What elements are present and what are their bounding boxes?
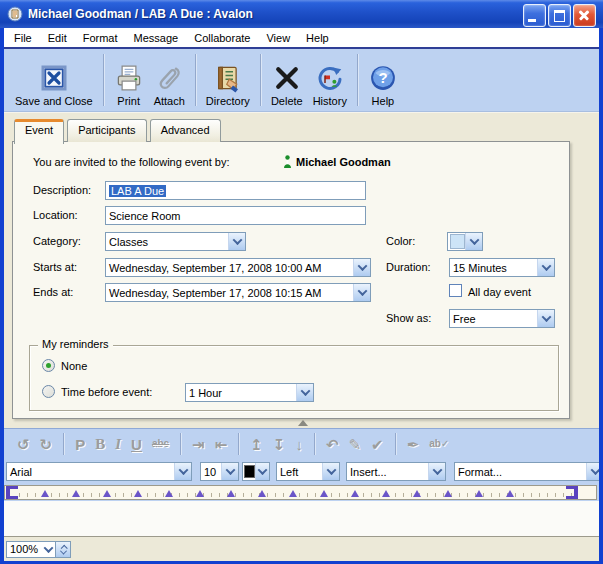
chevron-down-icon[interactable] — [537, 259, 554, 276]
undo-icon[interactable]: ↺ — [17, 437, 30, 452]
zoom-spinner[interactable] — [55, 542, 70, 557]
signature-icon[interactable]: ✒ — [407, 437, 420, 452]
menu-file[interactable]: File — [6, 30, 40, 46]
chevron-down-icon[interactable] — [353, 259, 370, 276]
location-input[interactable]: Science Room — [105, 206, 366, 225]
color-select[interactable] — [447, 232, 483, 251]
ruler-tab-stop[interactable] — [444, 490, 452, 497]
toolbar-separator — [180, 433, 181, 455]
chevron-down-icon[interactable] — [465, 233, 482, 250]
chevron-down-icon[interactable] — [322, 463, 339, 480]
font-family-select[interactable]: Arial — [6, 462, 192, 481]
outline-demote-icon[interactable]: ↧ — [273, 437, 286, 452]
reminder-time-radio[interactable] — [42, 385, 55, 398]
outdent-icon[interactable]: ⇤ — [215, 437, 228, 452]
ruler-tab-stop[interactable] — [41, 490, 49, 497]
duration-select[interactable]: 15 Minutes — [449, 258, 555, 277]
toolbar-separator — [260, 54, 261, 106]
menu-view[interactable]: View — [258, 30, 298, 46]
zoom-control[interactable]: 100% — [6, 541, 71, 558]
chevron-down-icon[interactable] — [586, 463, 599, 480]
ends-at-select[interactable]: Wednesday, September 17, 2008 10:15 AM — [105, 283, 371, 302]
move-down-icon[interactable]: ↓ — [295, 437, 303, 452]
ruler-tab-stop[interactable] — [196, 490, 204, 497]
chevron-down-icon[interactable] — [41, 542, 55, 557]
category-select[interactable]: Classes — [105, 232, 246, 251]
document-body[interactable] — [4, 501, 599, 536]
title-bar[interactable]: Michael Goodman / LAB A Due : Avalon — [0, 0, 603, 28]
ruler-tab-stop[interactable] — [475, 490, 483, 497]
ruler-tab-stop[interactable] — [506, 490, 514, 497]
plain-text-icon[interactable]: P — [75, 437, 85, 452]
revert-icon[interactable]: ↶ — [326, 437, 339, 452]
menu-format[interactable]: Format — [75, 30, 126, 46]
format-select[interactable]: Format... — [454, 462, 599, 481]
menu-collaborate[interactable]: Collaborate — [186, 30, 258, 46]
accept-check-icon[interactable]: ✔ — [371, 437, 384, 452]
font-size-select[interactable]: 10 — [200, 462, 239, 481]
insert-select[interactable]: Insert... — [346, 462, 446, 481]
tab-event[interactable]: Event — [14, 119, 64, 144]
ruler-tab-stop[interactable] — [351, 490, 359, 497]
bold-icon[interactable]: B — [95, 437, 105, 452]
reminder-time-select[interactable]: 1 Hour — [185, 383, 314, 402]
starts-at-select[interactable]: Wednesday, September 17, 2008 10:00 AM — [105, 258, 371, 277]
chevron-down-icon[interactable] — [537, 310, 554, 327]
right-margin-marker[interactable] — [566, 486, 578, 499]
ruler-tab-stop[interactable] — [382, 490, 390, 497]
chevron-down-icon[interactable] — [174, 463, 191, 480]
strikethrough-icon[interactable]: abc — [152, 439, 169, 449]
help-button[interactable]: ? Help — [363, 53, 403, 107]
chevron-down-icon[interactable] — [428, 463, 445, 480]
underline-icon[interactable]: U — [131, 437, 142, 452]
minimize-button[interactable] — [523, 4, 546, 27]
indent-icon[interactable]: ⇥ — [192, 437, 205, 452]
spell-check-icon[interactable]: ab✓ — [429, 439, 449, 449]
app-icon — [7, 6, 23, 22]
edit-pencil-icon[interactable]: ✎ — [349, 437, 362, 452]
chevron-down-icon[interactable] — [296, 384, 313, 401]
menu-edit[interactable]: Edit — [40, 30, 75, 46]
ruler-tab-stop[interactable] — [413, 490, 421, 497]
menu-help[interactable]: Help — [298, 30, 337, 46]
align-select[interactable]: Left — [276, 462, 340, 481]
attach-button[interactable]: Attach — [149, 53, 190, 107]
tab-participants[interactable]: Participants — [67, 119, 146, 142]
ruler-tab-stop[interactable] — [134, 490, 142, 497]
ruler-tab-stop[interactable] — [320, 490, 328, 497]
close-button[interactable] — [573, 4, 596, 27]
ruler-tab-stop[interactable] — [258, 490, 266, 497]
chevron-down-icon[interactable] — [255, 463, 269, 480]
font-color-swatch — [244, 465, 255, 478]
show-as-select[interactable]: Free — [449, 309, 555, 328]
ruler-tab-stop[interactable] — [103, 490, 111, 497]
print-button[interactable]: Print — [109, 53, 149, 107]
description-input[interactable]: LAB A Due — [105, 181, 366, 200]
all-day-checkbox[interactable] — [449, 284, 462, 297]
tab-strip: Event Participants Advanced — [14, 119, 221, 144]
left-margin-marker[interactable] — [6, 486, 18, 499]
directory-button[interactable]: Directory — [201, 53, 255, 107]
save-and-close-button[interactable]: Save and Close — [10, 53, 98, 107]
outline-promote-icon[interactable]: ↥ — [250, 437, 263, 452]
maximize-button[interactable] — [548, 4, 571, 27]
font-color-select[interactable] — [242, 462, 270, 481]
ruler-tab-stop[interactable] — [289, 490, 297, 497]
description-label: Description: — [33, 184, 91, 196]
ruler-tab-stop[interactable] — [72, 490, 80, 497]
ruler-tab-stop[interactable] — [227, 490, 235, 497]
reminder-none-radio[interactable] — [42, 359, 55, 372]
history-button[interactable]: History — [308, 53, 352, 107]
italic-icon[interactable]: I — [115, 437, 121, 452]
redo-icon[interactable]: ↻ — [40, 437, 53, 452]
chevron-down-icon[interactable] — [353, 284, 370, 301]
paperclip-icon — [154, 63, 184, 93]
ruler-tab-stop[interactable] — [165, 490, 173, 497]
my-reminders-legend: My reminders — [38, 338, 113, 350]
tab-advanced[interactable]: Advanced — [150, 119, 221, 142]
ruler[interactable] — [4, 485, 597, 500]
chevron-down-icon[interactable] — [228, 233, 245, 250]
chevron-down-icon[interactable] — [221, 463, 238, 480]
delete-button[interactable]: Delete — [266, 53, 308, 107]
menu-message[interactable]: Message — [126, 30, 187, 46]
